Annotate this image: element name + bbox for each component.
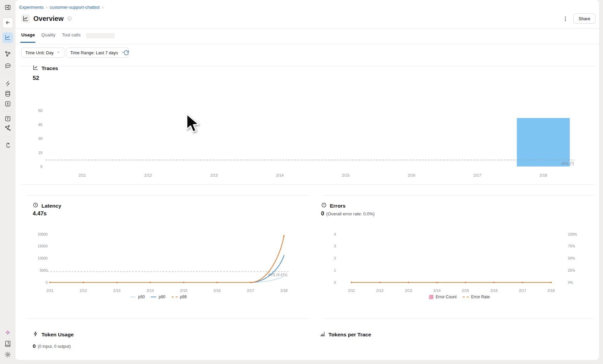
errors-x-tick: 2/17 [519, 289, 526, 293]
section-divider [20, 66, 595, 66]
legend-item-error-rate[interactable]: Error Rate [463, 295, 490, 299]
nav-datasets[interactable] [4, 90, 11, 97]
loading-shimmer [86, 33, 115, 38]
breadcrumb-experiments-link[interactable]: Experiments [19, 5, 44, 10]
errors-point [465, 282, 466, 283]
nav-playground[interactable] [4, 80, 11, 87]
latency-y-tick: 5000 [40, 268, 48, 272]
histogram-icon [320, 331, 325, 338]
refresh-button[interactable] [123, 50, 130, 56]
traces-y-tick: 15 [38, 151, 42, 155]
tab-quality[interactable]: Quality [41, 32, 56, 37]
database-icon [4, 90, 11, 97]
double-slash-icon [4, 80, 11, 87]
legend-item-p99[interactable]: p99 [172, 295, 187, 299]
legend-item-p90[interactable]: p90 [151, 295, 165, 299]
nav-graphs[interactable] [4, 125, 11, 131]
line-chart-icon [33, 65, 38, 72]
errors-x-tick: 2/16 [490, 289, 497, 293]
latency-x-tick: 2/11 [47, 289, 54, 293]
collapse-sidebar-button[interactable] [4, 4, 11, 11]
errors-y-tick-left: 0 [334, 280, 336, 284]
back-button[interactable] [2, 18, 13, 28]
assistant-button[interactable] [4, 330, 11, 336]
lightning-icon [33, 331, 38, 338]
errors-x-tick: 2/14 [433, 289, 440, 293]
token-usage-card-top-border [27, 318, 309, 318]
latency-section-header: Latency [33, 202, 61, 209]
legend-swatch [172, 297, 178, 297]
nav-monitoring-active[interactable] [2, 32, 13, 43]
latency-chart: 050001000015000200002/112/122/132/142/15… [38, 232, 289, 293]
settings-button[interactable] [4, 351, 11, 358]
tab-bar: Usage Quality Tool calls [21, 32, 81, 37]
header-divider [16, 28, 599, 29]
latency-point-p99 [183, 282, 184, 283]
nav-trace-projects[interactable] [4, 51, 11, 57]
traces-x-tick: 2/16 [408, 173, 415, 177]
book-icon [4, 340, 11, 347]
traces-title: Traces [41, 65, 58, 71]
latency-x-tick: 2/12 [80, 289, 87, 293]
traces-y-tick: 0 [40, 164, 42, 169]
breadcrumb-separator: › [102, 5, 103, 10]
text-box-icon [4, 115, 11, 122]
traces-y-tick: 30 [38, 136, 42, 141]
token-usage-note: (0 input, 0 output) [38, 344, 71, 349]
tab-usage[interactable]: Usage [21, 32, 35, 37]
traces-avg-label: AVG (7) [562, 161, 574, 165]
info-icon[interactable] [67, 16, 72, 21]
errors-x-tick: 2/18 [547, 289, 554, 293]
legend-item-error-count[interactable]: Error Count [429, 295, 457, 299]
errors-value: 0 (Overall error rate: 0.0%) [321, 210, 375, 217]
nav-annotation-queues[interactable] [4, 62, 11, 69]
molecule-icon [4, 125, 11, 131]
overflow-menu-button[interactable] [561, 15, 569, 23]
latency-x-tick: 2/17 [247, 289, 254, 293]
token-usage-title: Token Usage [41, 332, 74, 338]
errors-y-tick-right: 100% [568, 232, 577, 236]
nav-hooks[interactable] [4, 142, 11, 149]
errors-y-tick-left: 3 [334, 244, 336, 248]
traces-section-header: Traces [33, 65, 58, 72]
traces-x-tick: 2/15 [342, 173, 349, 177]
latency-x-tick: 2/16 [213, 289, 221, 293]
screen: { "breadcrumb": {"root": "Experiments", … [0, 0, 603, 364]
errors-x-tick: 2/12 [376, 289, 383, 293]
time-range-dropdown[interactable]: Time Range: Last 7 days [66, 48, 129, 58]
latency-y-tick: 0 [46, 280, 48, 284]
errors-point [379, 282, 380, 283]
tokens-per-trace-title: Tokens per Trace [328, 332, 371, 338]
latency-point-p99 [49, 282, 51, 283]
errors-count: 0 [321, 210, 324, 217]
time-unit-dropdown[interactable]: Time Unit: Day [21, 48, 64, 58]
docs-button[interactable] [4, 340, 11, 347]
legend-swatch [130, 297, 136, 297]
time-range-label: Time Range: Last 7 days [70, 50, 118, 55]
legend-label: p90 [159, 295, 165, 299]
traces-x-tick: 2/17 [474, 173, 481, 177]
traces-x-tick: 2/12 [144, 173, 152, 177]
nav-prompts[interactable] [4, 115, 11, 122]
latency-series-p99 [50, 236, 284, 282]
legend-label: p99 [180, 295, 187, 299]
latency-avg-seconds: 4.47s [33, 210, 47, 217]
share-button[interactable]: Share [573, 13, 596, 24]
refresh-icon [123, 50, 130, 56]
latency-y-tick: 20000 [38, 232, 48, 236]
latency-card-top-border [27, 195, 309, 195]
latency-point-p99 [217, 282, 218, 283]
breadcrumb-project-link[interactable]: customer-support-chatbot [50, 5, 99, 10]
tab-tool-calls[interactable]: Tool calls [62, 32, 81, 37]
legend-swatch [463, 297, 469, 297]
sidebar-divider [4, 111, 12, 112]
legend-swatch [151, 297, 156, 297]
breadcrumb: Experiments › customer-support-chatbot › [19, 5, 103, 10]
traces-count: 52 [33, 75, 39, 82]
legend-item-p50[interactable]: p50 [130, 295, 145, 299]
nav-experiments[interactable] [4, 100, 11, 107]
latency-series-p90 [50, 255, 284, 282]
errors-y-tick-right: 25% [568, 268, 575, 272]
latency-legend: p50p90p99 [27, 295, 290, 299]
traces-x-tick: 2/14 [276, 173, 284, 177]
